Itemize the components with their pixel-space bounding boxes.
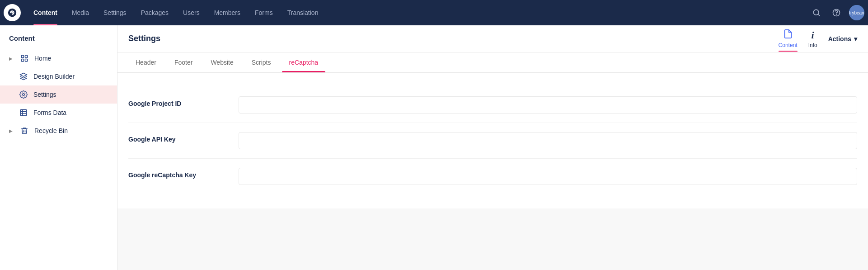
sidebar: Content ▶ Home Design Bu: [0, 25, 117, 270]
tabs-bar: Header Footer Website Scripts reCaptcha: [117, 52, 868, 73]
content-label: Content: [779, 42, 798, 48]
help-button[interactable]: [829, 5, 844, 20]
tab-footer[interactable]: Footer: [167, 52, 200, 72]
sidebar-title: Content: [0, 33, 117, 49]
sidebar-item-design-builder[interactable]: Design Builder: [0, 67, 117, 85]
recycle-bin-icon: [20, 126, 29, 135]
tab-recaptcha[interactable]: reCaptcha: [282, 52, 326, 72]
top-navigation: Content Media Settings Packages Users Me…: [0, 0, 868, 25]
sidebar-item-label-settings: Settings: [33, 91, 56, 98]
design-builder-icon: [19, 72, 28, 81]
nav-users[interactable]: Users: [176, 0, 207, 25]
svg-point-1: [11, 12, 13, 14]
nav-forms[interactable]: Forms: [248, 0, 280, 25]
svg-rect-11: [25, 59, 28, 62]
label-google-recaptcha-key: Google reCaptcha Key: [128, 168, 228, 179]
settings-icon: [19, 90, 28, 99]
content-header: Settings Content i Info Act: [117, 25, 868, 52]
sidebar-item-label-recycle-bin: Recycle Bin: [34, 127, 68, 134]
form-row-recaptcha-key: Google reCaptcha Key: [128, 159, 857, 194]
input-google-project-id[interactable]: [239, 96, 857, 114]
form-content: Google Project ID Google API Key Google …: [117, 73, 868, 208]
svg-line-3: [818, 14, 820, 16]
actions-chevron-icon: ▾: [854, 35, 857, 43]
svg-rect-13: [20, 109, 27, 116]
svg-point-5: [836, 14, 837, 15]
nav-items: Content Media Settings Packages Users Me…: [26, 0, 809, 25]
content-tab-button[interactable]: Content: [779, 29, 798, 48]
tab-scripts[interactable]: Scripts: [244, 52, 278, 72]
forms-data-icon: [19, 108, 28, 117]
info-label: Info: [808, 42, 817, 48]
page-title: Settings: [128, 34, 160, 43]
sidebar-item-label-forms-data: Forms Data: [33, 109, 66, 116]
label-google-api-key: Google API Key: [128, 132, 228, 143]
logo[interactable]: [4, 4, 21, 21]
svg-rect-8: [21, 55, 23, 57]
user-avatar[interactable]: trybean: [849, 5, 864, 20]
nav-packages[interactable]: Packages: [134, 0, 176, 25]
nav-right: trybean: [809, 5, 864, 20]
svg-point-2: [813, 9, 819, 15]
sidebar-item-settings[interactable]: Settings: [0, 85, 117, 104]
nav-translation[interactable]: Translation: [280, 0, 326, 25]
form-row-api-key: Google API Key: [128, 123, 857, 159]
tab-website[interactable]: Website: [203, 52, 240, 72]
nav-settings[interactable]: Settings: [96, 0, 134, 25]
nav-media[interactable]: Media: [65, 0, 96, 25]
svg-rect-10: [21, 59, 23, 62]
input-google-api-key[interactable]: [239, 132, 857, 149]
main-content: Settings Content i Info Act: [117, 25, 868, 270]
info-icon: i: [812, 29, 814, 41]
header-actions: Content i Info Actions ▾: [779, 29, 857, 48]
sidebar-item-forms-data[interactable]: Forms Data: [0, 104, 117, 122]
label-google-project-id: Google Project ID: [128, 96, 228, 107]
sidebar-item-label-home: Home: [34, 55, 51, 62]
main-layout: Content ▶ Home Design Bu: [0, 25, 868, 270]
nav-members[interactable]: Members: [207, 0, 248, 25]
expand-arrow-recycle: ▶: [9, 128, 13, 133]
actions-label: Actions: [828, 35, 851, 43]
tab-header[interactable]: Header: [128, 52, 164, 72]
expand-arrow-home: ▶: [9, 56, 13, 61]
sidebar-item-home[interactable]: ▶ Home: [0, 49, 117, 67]
search-button[interactable]: [809, 5, 824, 20]
sidebar-item-label-design-builder: Design Builder: [33, 73, 75, 80]
svg-text:trybean: trybean: [849, 10, 864, 15]
svg-point-12: [23, 94, 25, 96]
svg-rect-9: [25, 55, 28, 57]
home-icon: [20, 54, 29, 63]
info-tab-button[interactable]: i Info: [808, 29, 817, 48]
actions-dropdown[interactable]: Actions ▾: [828, 35, 857, 43]
sidebar-item-recycle-bin[interactable]: ▶ Recycle Bin: [0, 122, 117, 140]
form-row-project-id: Google Project ID: [128, 87, 857, 123]
content-icon: [783, 29, 793, 41]
nav-content[interactable]: Content: [26, 0, 65, 25]
input-google-recaptcha-key[interactable]: [239, 168, 857, 185]
